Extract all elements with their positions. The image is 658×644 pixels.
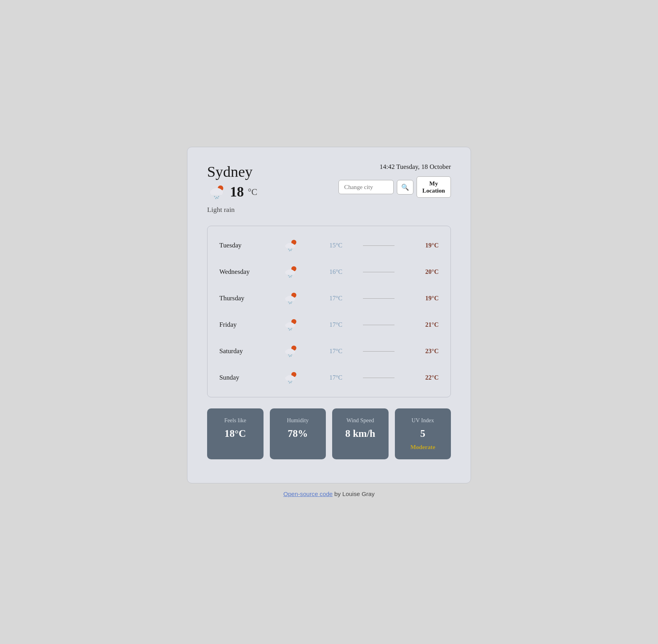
forecast-temp-high: 19°C (415, 295, 439, 302)
svg-point-9 (214, 196, 215, 197)
temp-range-line (363, 325, 394, 325)
svg-point-60 (290, 355, 290, 356)
forecast-day: Thursday (219, 294, 263, 302)
forecast-day: Sunday (219, 374, 263, 382)
svg-point-20 (290, 249, 290, 250)
stat-value: 8 km/h (338, 428, 382, 440)
forecast-weather-icon (283, 264, 298, 279)
svg-point-19 (288, 249, 289, 249)
forecast-weather-icon (283, 291, 298, 306)
stat-card: UV Index 5 Moderate (395, 408, 451, 459)
svg-point-42 (289, 303, 290, 304)
svg-point-29 (288, 275, 289, 276)
city-section: Sydney (207, 163, 257, 214)
forecast-row: Wednesday 16°C 20°C (219, 259, 439, 285)
svg-point-49 (288, 328, 289, 329)
forecast-temp-low: 17°C (319, 374, 342, 381)
svg-point-33 (291, 276, 292, 277)
forecast-temp-high: 23°C (415, 348, 439, 355)
forecast-card: Tuesday 15°C 19°C Wednesday (207, 226, 451, 397)
forecast-day: Wednesday (219, 268, 263, 276)
open-source-link[interactable]: Open-source code (283, 490, 333, 497)
svg-point-23 (291, 250, 292, 251)
svg-point-31 (291, 275, 292, 276)
forecast-day: Saturday (219, 347, 263, 355)
svg-point-40 (290, 302, 290, 303)
forecast-temp-low: 17°C (319, 321, 342, 328)
stat-label: Feels like (213, 417, 257, 424)
svg-point-70 (290, 382, 290, 382)
footer: Open-source code by Louise Gray (283, 490, 374, 497)
search-icon: 🔍 (401, 183, 409, 191)
stat-card: Feels like 18°C (207, 408, 264, 459)
forecast-row: Thursday 17°C 19°C (219, 285, 439, 312)
svg-point-43 (291, 303, 292, 303)
main-weather-icon (207, 183, 226, 202)
temp-range-line (363, 298, 394, 299)
svg-point-62 (289, 356, 290, 357)
svg-point-71 (291, 381, 292, 382)
temp-row: 18 °C (207, 183, 257, 202)
svg-point-30 (290, 276, 290, 277)
forecast-temp-high: 19°C (415, 242, 439, 249)
forecast-temp-low: 15°C (319, 242, 342, 249)
header-right: 14:42 Tuesday, 18 October 🔍 MyLocation (338, 163, 451, 198)
svg-point-61 (291, 354, 292, 355)
svg-point-59 (288, 354, 289, 355)
forecast-temp-low: 16°C (319, 268, 342, 275)
stat-card: Wind Speed 8 km/h (332, 408, 389, 459)
stat-card: Humidity 78% (270, 408, 326, 459)
forecast-row: Sunday 17°C 22°C (219, 365, 439, 391)
svg-rect-28 (286, 273, 294, 275)
svg-point-63 (291, 356, 292, 356)
svg-rect-8 (211, 192, 222, 195)
forecast-weather-icon (283, 238, 298, 253)
stat-value: 5 (401, 428, 445, 440)
svg-point-12 (215, 198, 217, 199)
temperature-value: 18 (230, 184, 244, 200)
datetime-display: 14:42 Tuesday, 18 October (379, 163, 451, 171)
forecast-temp-high: 20°C (415, 268, 439, 275)
forecast-day: Friday (219, 321, 263, 329)
svg-rect-68 (286, 378, 294, 380)
forecast-day: Tuesday (219, 242, 263, 249)
svg-point-72 (289, 382, 290, 383)
search-button[interactable]: 🔍 (397, 180, 413, 195)
svg-point-41 (291, 301, 292, 302)
temp-range-line (363, 378, 394, 378)
svg-point-53 (291, 329, 292, 330)
temperature-unit: °C (248, 187, 257, 197)
temp-range-line (363, 351, 394, 352)
svg-point-69 (288, 381, 289, 382)
svg-point-10 (216, 197, 217, 198)
controls-row: 🔍 MyLocation (338, 176, 451, 198)
svg-point-50 (290, 329, 290, 329)
forecast-row: Saturday 17°C 23°C (219, 338, 439, 365)
change-city-input[interactable] (338, 180, 394, 194)
forecast-weather-icon (283, 317, 298, 332)
forecast-temp-low: 17°C (319, 348, 342, 355)
svg-point-32 (289, 277, 290, 277)
weather-condition: Light rain (207, 206, 257, 214)
header-section: Sydney (207, 163, 451, 214)
svg-rect-48 (286, 326, 294, 328)
my-location-button[interactable]: MyLocation (417, 176, 451, 198)
stat-label: Humidity (276, 417, 320, 424)
forecast-temp-high: 22°C (415, 374, 439, 381)
stat-value: 18°C (213, 428, 257, 440)
stats-grid: Feels like 18°C Humidity 78% Wind Speed … (207, 408, 451, 459)
svg-rect-58 (286, 352, 294, 354)
svg-point-13 (217, 198, 219, 199)
footer-suffix: by Louise Gray (333, 490, 374, 497)
svg-point-21 (291, 249, 292, 249)
temp-range-line (363, 245, 394, 246)
forecast-temp-low: 17°C (319, 295, 342, 302)
forecast-row: Friday 17°C 21°C (219, 312, 439, 338)
svg-rect-38 (286, 299, 294, 301)
stat-label: UV Index (401, 417, 445, 424)
stat-extra: Moderate (401, 444, 445, 451)
svg-point-39 (288, 301, 289, 302)
svg-point-22 (289, 250, 290, 251)
stat-value: 78% (276, 428, 320, 440)
svg-point-52 (289, 329, 290, 330)
